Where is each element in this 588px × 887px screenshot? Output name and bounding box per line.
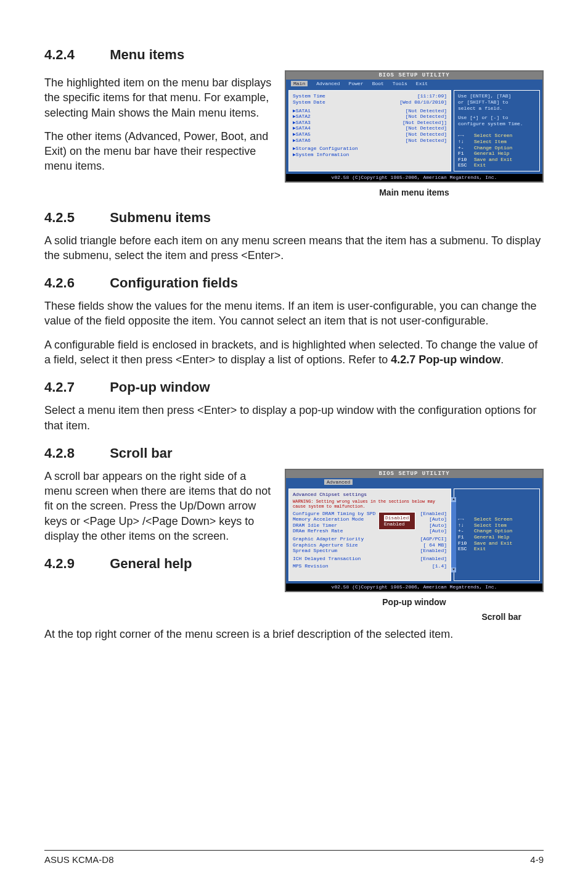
heading-title: Menu items (110, 47, 184, 62)
footer-left: ASUS KCMA-D8 (44, 854, 114, 865)
bios-footer: v02.58 (C)Copyright 1985-2006, American … (286, 174, 542, 181)
bios-menubar: Main Advanced Power Boot Tools Exit (286, 80, 542, 88)
figure-caption-popup: Pop-up window (285, 597, 544, 607)
para-426a: These fields show the values for the men… (44, 299, 544, 329)
bios-title: BIOS SETUP UTILITY (286, 72, 542, 80)
bios-menu-main: Main (291, 81, 308, 87)
para-424a: The highlighted item on the menu bar dis… (44, 75, 272, 120)
bios-menu-boot: Boot (372, 81, 384, 87)
bios2-menubar: Advanced (286, 478, 542, 487)
para-425: A solid triangle before each item on any… (44, 233, 544, 263)
bios-right-panel: Use [ENTER], [TAB] or [SHIFT-TAB] to sel… (454, 90, 540, 171)
scroll-up-icon: ▲ (451, 497, 456, 502)
para-424b: The other items (Advanced, Power, Boot, … (44, 129, 272, 174)
heading-4-2-8: 4.2.8 Scroll bar (44, 445, 544, 461)
bios-menu-tools: Tools (393, 81, 407, 87)
para-427: Select a menu item then press <Enter> to… (44, 403, 544, 433)
bios-menu-power: Power (349, 81, 364, 87)
para-429: At the top right corner of the menu scre… (44, 627, 544, 642)
footer-right: 4-9 (530, 854, 544, 865)
bios-popup: Disabled Enabled (378, 512, 415, 530)
bios-left-panel: System Time[11:17:09] System Date[Wed 08… (288, 90, 451, 171)
bios-screenshot-main: BIOS SETUP UTILITY Main Advanced Power B… (285, 70, 544, 183)
page-footer: ASUS KCMA-D8 4-9 (44, 850, 544, 865)
bios-menu-exit: Exit (416, 81, 428, 87)
heading-4-2-6: 4.2.6 Configuration fields (44, 275, 544, 291)
heading-num: 4.2.4 (44, 47, 106, 63)
heading-4-2-4: 4.2.4 Menu items (44, 47, 544, 63)
heading-4-2-5: 4.2.5 Submenu items (44, 210, 544, 226)
scroll-down-icon: ▼ (451, 567, 456, 572)
heading-4-2-7: 4.2.7 Pop-up window (44, 379, 544, 395)
figure-caption-main-menu: Main menu items (285, 188, 544, 197)
figure-caption-scrollbar: Scroll bar (285, 612, 544, 622)
bios-menu-advanced: Advanced (316, 81, 340, 87)
bios-scrollbar: ▲ ▼ (451, 497, 456, 572)
para-426b: A configurable field is enclosed in brac… (44, 337, 544, 368)
bios-screenshot-advanced: BIOS SETUP UTILITY Advanced Advanced Chi… (285, 469, 544, 592)
